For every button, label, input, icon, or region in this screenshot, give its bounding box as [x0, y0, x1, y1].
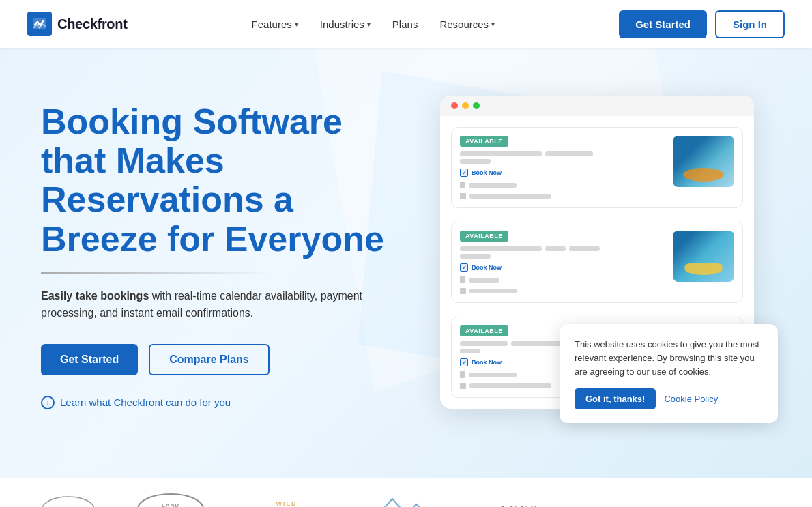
hero-get-started-button[interactable]: Get Started [41, 344, 138, 375]
book-now-label: Book Now [472, 359, 502, 366]
main-nav: Checkfront Features ▾ Industries ▾ Plans… [0, 0, 812, 48]
nav-item-industries[interactable]: Industries ▾ [320, 18, 371, 30]
chevron-down-icon: ▾ [295, 20, 298, 28]
nav-links: Features ▾ Industries ▾ Plans Resources … [252, 18, 495, 30]
svg-text:WILD: WILD [276, 500, 298, 507]
hero-title: Booking Software that Makes Reservations… [41, 102, 396, 259]
hero-subtitle: Easily take bookings with real-time cale… [41, 287, 396, 322]
arrow-down-icon: ↓ [41, 396, 55, 409]
titlebar-dot-green [473, 102, 480, 109]
doc-icon [460, 371, 465, 378]
doc-icon [460, 182, 465, 188]
booking-row: AVAILABLE ✓ Book Now [451, 127, 743, 208]
axes-logo-svg: AXES [491, 495, 546, 507]
logo-label: Checkfront [57, 16, 128, 32]
chevron-down-icon: ▾ [491, 20, 495, 28]
land-rover-logo-svg: LAND ROVER [136, 492, 205, 507]
wildcanyon-logo-svg: WILD CANYON [246, 495, 328, 507]
check-row: ✓ Book Now [460, 263, 663, 272]
booking-row-info: AVAILABLE ✓ Book Now [460, 136, 663, 199]
logo-wildcoast: WILDCOAST [368, 492, 450, 507]
nav-item-plans[interactable]: Plans [392, 18, 418, 30]
calendar-icon [460, 383, 466, 389]
logo[interactable]: Checkfront [27, 12, 128, 36]
book-now-label: Book Now [472, 264, 502, 271]
cookie-message: This website uses cookies to give you th… [575, 338, 763, 379]
bar-long [469, 194, 551, 199]
nav-item-features[interactable]: Features ▾ [252, 18, 298, 30]
hero-section: Booking Software that Makes Reservations… [0, 48, 812, 478]
nav-actions: Get Started Sign In [619, 10, 785, 38]
icon-row [460, 288, 663, 294]
hero-compare-plans-button[interactable]: Compare Plans [149, 344, 269, 375]
svg-text:LAND: LAND [162, 502, 179, 507]
bar-group [460, 246, 663, 259]
bar-medium [469, 289, 517, 293]
bar-row [460, 246, 663, 251]
jaguar-logo-svg: JAGUAR [41, 495, 96, 507]
available-badge: AVAILABLE [460, 325, 508, 336]
nav-sign-in-button[interactable]: Sign In [715, 10, 785, 38]
booking-photo-2 [673, 231, 734, 282]
hero-subtitle-bold: Easily take bookings [41, 290, 149, 302]
hero-content: Booking Software that Makes Reservations… [41, 89, 396, 409]
bar-medium [545, 151, 593, 156]
checkbox-icon: ✓ [460, 169, 468, 177]
bar-medium [469, 373, 517, 377]
nav-resources-label: Resources [439, 18, 489, 30]
logo-icon [27, 12, 52, 36]
doc-icon [460, 276, 465, 283]
booking-row-info: AVAILABLE ✓ Book Now [460, 231, 663, 294]
booking-row: AVAILABLE ✓ Book Now [451, 222, 743, 303]
icon-row [460, 276, 663, 283]
kayak-image [673, 136, 734, 187]
svg-text:AXES: AXES [498, 504, 539, 507]
hero-buttons: Get Started Compare Plans [41, 344, 396, 375]
bar-long [460, 151, 542, 156]
bar-short [460, 254, 491, 259]
cookie-policy-link[interactable]: Cookie Policy [664, 394, 718, 404]
available-badge: AVAILABLE [460, 231, 508, 242]
hero-learn-more-link[interactable]: ↓ Learn what Checkfront can do for you [41, 396, 396, 409]
bar-medium [469, 183, 517, 188]
calendar-icon [460, 288, 466, 294]
logo-land-rover: LAND ROVER [136, 492, 205, 507]
nav-get-started-button[interactable]: Get Started [619, 10, 707, 38]
bar-group [460, 151, 663, 164]
bar-xs [545, 246, 566, 251]
logo-wildcanyon: WILD CANYON [246, 495, 328, 507]
bar-short [469, 278, 499, 283]
svg-marker-8 [375, 499, 409, 507]
cookie-banner: This website uses cookies to give you th… [560, 324, 778, 423]
cookie-accept-button[interactable]: Got it, thanks! [575, 388, 656, 409]
bar-short [569, 246, 600, 251]
icon-row [460, 193, 663, 199]
bar-row [460, 151, 663, 156]
logos-strip: JAGUAR LAND ROVER WILD CANYON WILDCOAST … [0, 478, 812, 507]
cookie-actions: Got it, thanks! Cookie Policy [575, 388, 763, 409]
nav-item-resources[interactable]: Resources ▾ [439, 18, 495, 30]
nav-industries-label: Industries [320, 18, 364, 30]
wildcoast-logo-svg: WILDCOAST [368, 492, 450, 507]
booking-photo-1 [673, 136, 734, 187]
icon-row [460, 182, 663, 188]
hero-learn-more-text: Learn what Checkfront can do for you [60, 396, 231, 408]
bar-xs [460, 349, 480, 353]
nav-plans-label: Plans [392, 18, 418, 30]
chevron-down-icon: ▾ [367, 20, 371, 28]
titlebar-dot-red [451, 102, 458, 109]
checkbox-icon: ✓ [460, 358, 468, 366]
nav-features-label: Features [252, 18, 292, 30]
available-badge: AVAILABLE [460, 136, 508, 147]
bar-long [460, 246, 542, 251]
logo-axes: AXES [491, 495, 546, 507]
bar-long [469, 383, 551, 388]
hero-divider [41, 272, 273, 274]
check-row: ✓ Book Now [460, 169, 663, 177]
mockup-titlebar [440, 96, 754, 116]
bar-short [460, 159, 491, 164]
titlebar-dot-yellow [462, 102, 469, 109]
logo-jaguar: JAGUAR [41, 495, 96, 507]
book-now-label: Book Now [472, 169, 502, 176]
checkbox-icon: ✓ [460, 263, 468, 272]
